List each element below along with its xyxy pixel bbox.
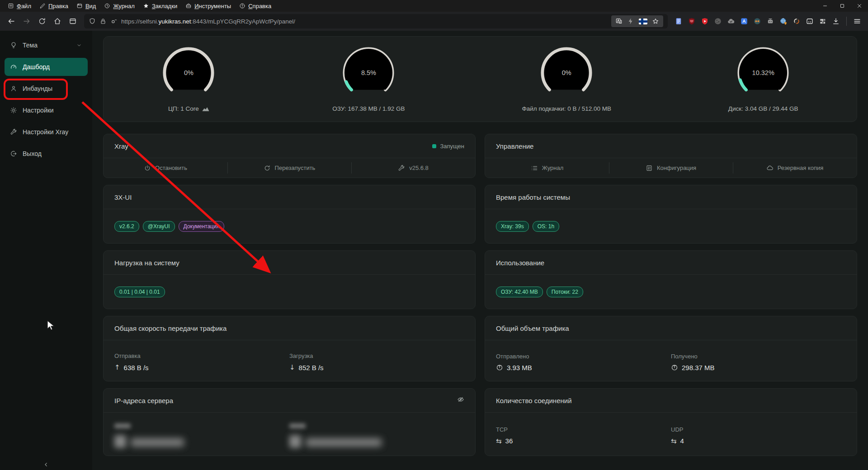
wrench-icon — [10, 128, 17, 136]
documentation-badge[interactable]: Документация — [179, 221, 225, 232]
log-button[interactable]: Журнал — [485, 158, 609, 178]
toolbox-icon — [185, 3, 192, 9]
restart-xray-button[interactable]: Перезапустить — [227, 158, 351, 178]
menu-view[interactable]: Вид — [72, 0, 100, 12]
traffic-volume-card: Общий объем трафика Отправлено 3.93 MB П… — [485, 316, 857, 381]
backup-button[interactable]: Резервная копия — [733, 158, 857, 178]
usage-card-title: Использование — [496, 259, 544, 267]
ipv6-hidden-value — [289, 423, 464, 448]
container-box-extension-icon[interactable] — [805, 17, 814, 26]
toolbar-divider — [846, 17, 847, 26]
sidebar-item-inbounds[interactable]: Инбаунды — [5, 80, 88, 98]
tracking-shield-icon[interactable] — [89, 18, 96, 25]
os-uptime-badge: OS: 1h — [533, 221, 559, 232]
maximize-button[interactable] — [834, 0, 851, 12]
menu-edit[interactable]: Правка — [35, 0, 72, 12]
finnish-flag-icon[interactable] — [639, 19, 647, 24]
mask-goggles-extension-icon[interactable] — [753, 17, 762, 26]
menu-tools[interactable]: Инструменты — [181, 0, 235, 12]
chevron-left-icon — [42, 461, 50, 468]
menu-history-label: Журнал — [113, 3, 134, 9]
puzzle-extensions-icon[interactable] — [818, 17, 827, 26]
hamburger-menu-icon[interactable] — [853, 17, 862, 26]
bookmark-star-icon[interactable] — [652, 18, 659, 25]
sidebar-item-logout[interactable]: Выход — [5, 145, 88, 163]
disk-gauge-label: Диск: 3.04 GB / 29.44 GB — [728, 105, 798, 112]
connections-card: Количество соединений TCP ⇆36 UDP ⇆4 — [485, 388, 857, 456]
list-icon — [531, 164, 538, 172]
load-card-title: Нагрузка на систему — [114, 259, 179, 267]
config-button[interactable]: Конфигурация — [609, 158, 733, 178]
permissions-icon[interactable] — [110, 18, 118, 25]
version-badge[interactable]: v2.6.2 — [114, 221, 139, 232]
swap-gauge-value: 0% — [540, 46, 593, 99]
translate-extension-icon[interactable] — [740, 17, 749, 26]
minimize-button[interactable] — [816, 0, 834, 12]
status-dot — [432, 144, 436, 148]
menu-history[interactable]: Журнал — [100, 0, 138, 12]
sidebar-collapse-button[interactable] — [0, 461, 92, 468]
sidebar-item-xray-settings[interactable]: Настройки Xray — [5, 123, 88, 141]
reload-button[interactable] — [35, 14, 49, 28]
lightbulb-icon — [10, 42, 17, 49]
video-block-extension-icon[interactable] — [700, 17, 709, 26]
restart-icon — [264, 164, 271, 172]
sidebar-item-label: Настройки — [23, 107, 54, 114]
disk-gauge: 10.32% Диск: 3.04 GB / 29.44 GB — [728, 46, 798, 112]
swap-arrows-icon: ⇆ — [671, 437, 677, 445]
chart-icon[interactable] — [202, 106, 209, 112]
globe-shield-extension-icon[interactable] — [779, 17, 788, 26]
translate-page-icon[interactable] — [615, 18, 623, 25]
cloud-check-extension-icon[interactable] — [726, 17, 736, 26]
blurred-label — [114, 423, 131, 428]
management-card: Управление Журнал Конфигурация Резервная… — [485, 134, 857, 178]
ipv4-hidden-value — [114, 423, 289, 448]
tcp-connections-stat: TCP ⇆36 — [496, 426, 671, 445]
close-button[interactable] — [851, 0, 868, 12]
star-icon — [143, 3, 149, 9]
blurred-icon — [289, 435, 301, 448]
vpn-ring-extension-icon[interactable] — [792, 17, 801, 26]
toolbar-toggle-icon[interactable] — [66, 14, 80, 28]
window-controls — [816, 0, 868, 12]
menu-help[interactable]: Справка — [235, 0, 275, 12]
xui-card: 3X-UI v2.6.2 @XrayUI Документация — [103, 185, 476, 244]
sidebar-item-dashboard[interactable]: Дашборд — [5, 58, 88, 76]
stop-xray-button[interactable]: Остановить — [104, 158, 227, 178]
blurred-ip — [131, 438, 184, 446]
cloud-up-icon — [496, 364, 503, 371]
url-text[interactable]: https://selfsni.yukikras.net:8443/mLpYCG… — [121, 18, 295, 25]
lightning-icon[interactable] — [627, 18, 634, 25]
robot-extension-icon[interactable] — [766, 17, 775, 26]
lock-icon[interactable] — [99, 18, 107, 25]
ublock-origin-icon[interactable] — [687, 17, 696, 26]
forward-button[interactable] — [20, 14, 33, 28]
menu-file[interactable]: Файл — [4, 0, 35, 12]
server-ips-title: IP-адреса сервера — [114, 397, 173, 404]
download-speed-stat: Загрузка ↓852 B /s — [289, 352, 464, 371]
xray-version-button[interactable]: v25.6.8 — [351, 158, 475, 178]
screen: Файл Правка Вид Журнал Закладки Инструме… — [0, 0, 868, 470]
logout-icon — [10, 150, 17, 157]
traffic-volume-title: Общий объем трафика — [496, 324, 569, 332]
theme-selector[interactable]: Тема — [5, 36, 88, 54]
address-bar[interactable]: https://selfsni.yukikras.net:8443/mLpYCG… — [84, 14, 668, 28]
power-icon — [144, 164, 151, 172]
download-icon[interactable] — [831, 17, 840, 26]
ram-gauge-label: ОЗУ: 167.38 MB / 1.92 GB — [332, 105, 405, 112]
swap-arrows-icon: ⇆ — [496, 437, 502, 445]
cookie-extension-icon[interactable] — [713, 17, 722, 26]
cloud-backup-icon — [766, 164, 774, 172]
menu-bookmarks[interactable]: Закладки — [139, 0, 181, 12]
sidebar-item-settings[interactable]: Настройки — [5, 101, 88, 119]
person-icon — [10, 85, 17, 92]
back-button[interactable] — [5, 14, 18, 28]
eye-slash-icon[interactable] — [457, 396, 464, 405]
cards-grid: Xray Запущен Остановить Перезапустить v2… — [103, 134, 857, 456]
ram-gauge: 8.5% ОЗУ: 167.38 MB / 1.92 GB — [332, 46, 405, 112]
home-button[interactable] — [51, 14, 64, 28]
notes-extension-icon[interactable] — [674, 17, 683, 26]
pencil-icon — [39, 3, 46, 9]
telegram-badge[interactable]: @XrayUI — [143, 221, 175, 232]
swap-gauge-label: Файл подкачки: 0 B / 512.00 MB — [522, 105, 611, 112]
